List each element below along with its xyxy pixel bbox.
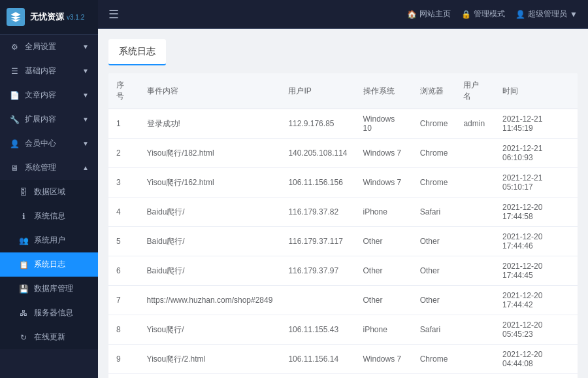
sidebar-item-system-user[interactable]: 👥 系统用户	[0, 228, 98, 252]
sidebar-item-system-info[interactable]: ℹ 系统信息	[0, 204, 98, 228]
chevron-down-icon: ▼	[570, 10, 578, 19]
app-version: v3.1.2	[67, 14, 84, 21]
table-cell: 2021-12-19 12:50:36	[495, 374, 578, 379]
sidebar-item-article-content[interactable]: 📄 文章内容 ▼	[0, 83, 98, 107]
home-icon: 🏠	[407, 10, 417, 19]
col-event: 事件内容	[139, 73, 281, 109]
table-cell	[455, 168, 495, 198]
sidebar-item-label: 系统用户	[34, 235, 65, 246]
db-icon: 💾	[18, 284, 29, 294]
table-cell	[455, 345, 495, 374]
table-cell: 9	[108, 345, 139, 374]
table-cell: Other	[412, 256, 456, 286]
sidebar-item-system-manage[interactable]: 🖥 系统管理 ▲	[0, 156, 98, 180]
update-icon: ↻	[18, 332, 29, 343]
lock-icon: 🔒	[461, 10, 471, 19]
user-icon: 👥	[18, 235, 29, 246]
sidebar-item-label: 服务器信息	[34, 307, 73, 318]
table-cell	[280, 286, 355, 315]
logo-icon	[7, 8, 25, 26]
article-icon: 📄	[9, 90, 20, 101]
log-icon: 📋	[18, 260, 29, 270]
table-cell: Yisou爬行/162.html	[139, 168, 281, 198]
table-cell: 140.205.108.114	[280, 139, 355, 168]
data-icon: 🗄	[18, 187, 29, 198]
table-cell: Windows 7	[355, 345, 412, 374]
table-cell: Baidu爬行/	[139, 227, 281, 256]
table-cell: 106.11.155.43	[280, 315, 355, 345]
table-cell	[455, 256, 495, 286]
sidebar-item-data-manage[interactable]: 💾 数据库管理	[0, 277, 98, 301]
table-cell: https://www.huzhan.com/shop#2849	[139, 286, 281, 315]
table-cell: Windows 7	[355, 168, 412, 198]
table-row: 6Baidu爬行/116.179.37.97OtherOther2021-12-…	[108, 256, 578, 286]
table-cell: Android	[355, 374, 412, 379]
logo-area: 无忧资源 v3.1.2	[0, 0, 98, 35]
log-table-container: 序号 事件内容 用户IP 操作系统 浏览器 用户名 时间 1登录成功!112.9…	[108, 73, 578, 378]
sidebar-item-basic-content[interactable]: ☰ 基础内容 ▼	[0, 59, 98, 83]
table-cell: 10	[108, 374, 139, 379]
member-icon: 👤	[9, 139, 20, 149]
table-row: 7https://www.huzhan.com/shop#2849OtherOt…	[108, 286, 578, 315]
sidebar-item-label: 系统日志	[34, 259, 65, 270]
sidebar-item-server-info[interactable]: 🖧 服务器信息	[0, 301, 98, 325]
sidebar-item-online-update[interactable]: ↻ 在线更新	[0, 325, 98, 349]
sidebar-item-label: 系统管理	[25, 162, 56, 173]
topbar-left: ☰	[108, 7, 119, 22]
table-cell: Windows 7	[355, 139, 412, 168]
user-menu[interactable]: 👤 超级管理员 ▼	[515, 9, 578, 20]
info-icon: ℹ	[18, 211, 29, 222]
content-area: 系统日志 序号 事件内容 用户IP 操作系统 浏览器 用户名 时间 1登录成功!…	[98, 29, 588, 378]
table-cell: 2021-12-20 17:44:58	[495, 198, 578, 227]
table-cell: 116.179.37.117	[280, 227, 355, 256]
table-cell	[455, 227, 495, 256]
table-cell: 8	[108, 315, 139, 345]
sidebar-item-system-log[interactable]: 📋 系统日志	[0, 252, 98, 277]
user-avatar-icon: 👤	[515, 10, 525, 19]
chevron-down-icon: ▼	[82, 67, 89, 75]
manage-link[interactable]: 🔒 管理模式	[461, 9, 505, 20]
table-cell: Windows 10	[355, 109, 412, 139]
table-cell	[455, 286, 495, 315]
sidebar-item-data-area[interactable]: 🗄 数据区域	[0, 180, 98, 204]
table-cell: 5	[108, 227, 139, 256]
table-cell: 2021-12-21 11:45:19	[495, 109, 578, 139]
sidebar-item-extend-content[interactable]: 🔧 扩展内容 ▼	[0, 107, 98, 131]
table-cell: 1	[108, 109, 139, 139]
col-ip: 用户IP	[280, 73, 355, 109]
table-cell: 7	[108, 286, 139, 315]
sidebar-item-label: 扩展内容	[25, 114, 56, 125]
table-header: 序号 事件内容 用户IP 操作系统 浏览器 用户名 时间	[108, 73, 578, 109]
table-row: 1登录成功!112.9.176.85Windows 10Chromeadmin2…	[108, 109, 578, 139]
table-cell	[455, 315, 495, 345]
table-cell	[455, 139, 495, 168]
table-cell: Other	[355, 286, 412, 315]
table-cell	[455, 198, 495, 227]
sidebar-item-label: 会员中心	[25, 138, 56, 149]
table-cell: Safari	[412, 198, 456, 227]
sidebar-item-label: 数据库管理	[34, 283, 73, 294]
content-icon: ☰	[9, 66, 20, 77]
table-cell: Chrome	[412, 345, 456, 374]
menu-toggle-icon[interactable]: ☰	[108, 7, 119, 22]
table-cell: 6	[108, 256, 139, 286]
page-title: 系统日志	[108, 39, 166, 65]
settings-icon: ⚙	[9, 42, 20, 52]
sidebar-item-label: 在线更新	[34, 332, 65, 343]
table-cell: Chrome	[412, 109, 456, 139]
col-browser: 浏览器	[412, 73, 456, 109]
main-area: ☰ 🏠 网站主页 🔒 管理模式 👤 超级管理员 ▼ 系统日志	[98, 0, 588, 378]
table-cell	[455, 374, 495, 379]
table-cell: 2021-12-20 04:44:08	[495, 345, 578, 374]
chevron-down-icon: ▼	[82, 140, 89, 147]
site-link[interactable]: 🏠 网站主页	[407, 9, 451, 20]
table-cell: 116.179.37.82	[280, 198, 355, 227]
table-cell: Chrome	[412, 139, 456, 168]
table-cell: 2021-12-20 05:45:23	[495, 315, 578, 345]
chevron-down-icon: ▼	[82, 43, 89, 50]
sidebar-item-global-settings[interactable]: ⚙ 全局设置 ▼	[0, 35, 98, 59]
app-name: 无忧资源	[30, 11, 64, 23]
topbar-right: 🏠 网站主页 🔒 管理模式 👤 超级管理员 ▼	[407, 9, 578, 20]
col-user: 用户名	[455, 73, 495, 109]
sidebar-item-member-center[interactable]: 👤 会员中心 ▼	[0, 131, 98, 156]
